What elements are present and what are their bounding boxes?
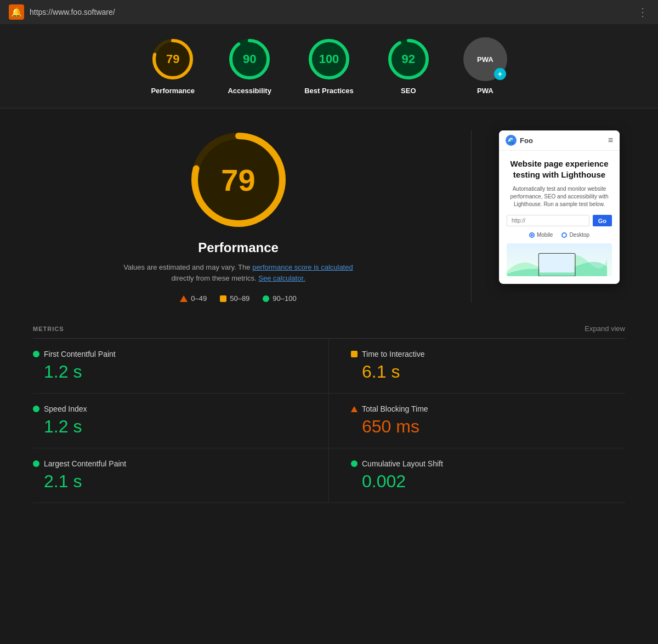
- legend-medium-range: 50–89: [230, 294, 249, 303]
- cls-value: 0.002: [351, 471, 609, 492]
- fcp-status-dot: [33, 351, 39, 357]
- preview-chart: [507, 243, 612, 276]
- pwa-badge-icon: +: [494, 68, 506, 80]
- preview-header: 🌊 Foo ≡: [499, 130, 620, 151]
- expand-view-button[interactable]: Expand view: [585, 324, 625, 333]
- preview-title: Website page experience testing with Lig…: [507, 158, 612, 180]
- accessibility-label: Accessibility: [228, 87, 271, 95]
- main-content: 79 Performance Values are estimated and …: [0, 109, 658, 324]
- lcp-status-dot: [33, 460, 39, 467]
- preview-logo: 🌊 Foo: [506, 135, 533, 146]
- bad-triangle-icon: [180, 295, 188, 302]
- si-value: 1.2 s: [33, 417, 307, 437]
- website-preview-card: 🌊 Foo ≡ Website page experience testing …: [499, 130, 620, 284]
- score-item-seo[interactable]: 92 SEO: [387, 37, 430, 95]
- big-performance-label: Performance: [198, 240, 279, 255]
- mobile-radio-dot: [529, 232, 535, 238]
- medium-square-icon: [220, 295, 226, 302]
- best-practices-label: Best Practices: [304, 87, 354, 95]
- legend-bad: 0–49: [180, 294, 207, 303]
- vertical-divider: [471, 130, 472, 303]
- score-item-best-practices[interactable]: 100 Best Practices: [304, 37, 354, 95]
- tbt-header: Total Blocking Time: [351, 404, 609, 413]
- legend-good-range: 90–100: [273, 294, 296, 303]
- preview-radio-row: Mobile Desktop: [507, 232, 612, 238]
- app-icon: 🔔: [9, 4, 24, 20]
- metrics-grid: First Contentful Paint 1.2 s Time to Int…: [33, 339, 625, 503]
- preview-description: Automatically test and monitor website p…: [507, 185, 612, 208]
- mobile-radio[interactable]: Mobile: [529, 232, 553, 238]
- pwa-label: PWA: [477, 87, 494, 95]
- preview-input-row: Go: [507, 215, 612, 226]
- lcp-value: 2.1 s: [33, 471, 307, 492]
- si-name: Speed Index: [44, 404, 87, 413]
- fcp-header: First Contentful Paint: [33, 350, 307, 358]
- preview-body: Website page experience testing with Lig…: [499, 151, 620, 284]
- metrics-header: METRICS Expand view: [33, 324, 625, 333]
- cls-status-dot: [351, 460, 358, 467]
- score-item-performance[interactable]: 79 Performance: [151, 37, 195, 95]
- lcp-header: Largest Contentful Paint: [33, 459, 307, 468]
- tti-name: Time to Interactive: [362, 350, 425, 358]
- url-display: https://www.foo.software/: [30, 8, 115, 16]
- svg-rect-11: [540, 254, 574, 272]
- calculator-link[interactable]: See calculator.: [258, 274, 305, 282]
- seo-circle: 92: [387, 37, 430, 81]
- right-panel: 🌊 Foo ≡ Website page experience testing …: [499, 130, 625, 284]
- topbar-left: 🔔 https://www.foo.software/: [9, 4, 115, 20]
- lcp-name: Largest Contentful Paint: [44, 459, 126, 468]
- si-header: Speed Index: [33, 404, 307, 413]
- metric-lcp: Largest Contentful Paint 2.1 s: [33, 448, 329, 503]
- best-practices-score: 100: [319, 52, 339, 66]
- foo-logo-icon: 🌊: [506, 135, 517, 146]
- performance-circle: 79: [151, 37, 195, 81]
- metric-fcp: First Contentful Paint 1.2 s: [33, 339, 329, 394]
- preview-logo-text: Foo: [520, 136, 533, 145]
- metrics-title: METRICS: [33, 326, 64, 332]
- cls-name: Cumulative Layout Shift: [362, 459, 443, 468]
- more-options-icon[interactable]: ⋮: [637, 5, 649, 19]
- tbt-name: Total Blocking Time: [362, 404, 428, 413]
- fcp-value: 1.2 s: [33, 362, 307, 382]
- score-item-pwa[interactable]: PWA + PWA: [463, 37, 507, 95]
- tti-header: Time to Interactive: [351, 350, 609, 358]
- tbt-value: 650 ms: [351, 417, 609, 437]
- desktop-radio-dot: [561, 232, 567, 238]
- left-panel: 79 Performance Values are estimated and …: [33, 130, 444, 303]
- metrics-section: METRICS Expand view First Contentful Pai…: [0, 324, 658, 503]
- topbar: 🔔 https://www.foo.software/ ⋮: [0, 0, 658, 24]
- performance-label: Performance: [151, 87, 194, 95]
- pwa-text: PWA: [477, 55, 494, 64]
- metric-tbt: Total Blocking Time 650 ms: [329, 394, 625, 448]
- metric-tti: Time to Interactive 6.1 s: [329, 339, 625, 394]
- cls-header: Cumulative Layout Shift: [351, 459, 609, 468]
- seo-label: SEO: [401, 87, 416, 95]
- preview-menu-icon: ≡: [608, 135, 613, 145]
- preview-url-input[interactable]: [507, 215, 589, 226]
- preview-go-button[interactable]: Go: [593, 215, 612, 226]
- score-bar: 79 Performance 90 Accessibility 100 Best…: [0, 24, 658, 109]
- pwa-circle: PWA +: [463, 37, 507, 81]
- accessibility-score: 90: [243, 52, 256, 66]
- score-description: Values are estimated and may vary. The p…: [123, 262, 354, 283]
- metric-cls: Cumulative Layout Shift 0.002: [329, 448, 625, 503]
- legend-bad-range: 0–49: [191, 294, 207, 303]
- tti-status-icon: [351, 351, 358, 357]
- big-performance-circle: 79: [189, 130, 288, 229]
- good-circle-icon: [263, 295, 269, 302]
- legend-good: 90–100: [263, 294, 296, 303]
- tti-value: 6.1 s: [351, 362, 609, 382]
- desktop-radio[interactable]: Desktop: [561, 232, 589, 238]
- big-performance-score: 79: [221, 162, 255, 198]
- performance-score: 79: [166, 52, 179, 66]
- performance-score-link[interactable]: performance score is calculated: [252, 263, 353, 271]
- accessibility-circle: 90: [228, 37, 271, 81]
- desktop-label: Desktop: [569, 232, 589, 238]
- best-practices-circle: 100: [307, 37, 351, 81]
- mobile-label: Mobile: [537, 232, 553, 238]
- si-status-dot: [33, 406, 39, 412]
- seo-score: 92: [402, 52, 415, 66]
- legend-medium: 50–89: [220, 294, 249, 303]
- fcp-name: First Contentful Paint: [44, 350, 116, 358]
- score-item-accessibility[interactable]: 90 Accessibility: [228, 37, 271, 95]
